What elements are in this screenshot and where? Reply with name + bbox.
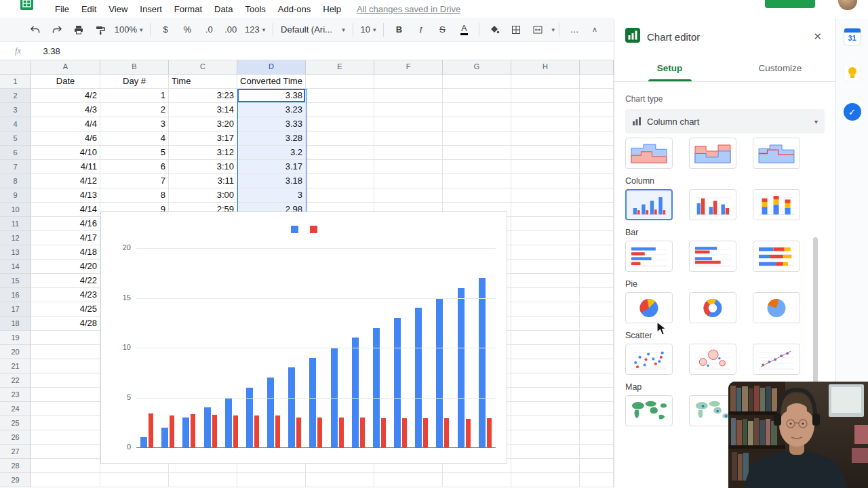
share-button[interactable] bbox=[765, 0, 815, 8]
cell-E3[interactable] bbox=[306, 103, 374, 117]
cell-G9[interactable] bbox=[443, 188, 511, 203]
cell-G7[interactable] bbox=[443, 160, 511, 174]
cell-C8[interactable]: 3:11 bbox=[169, 174, 237, 188]
cell-C3[interactable]: 3:14 bbox=[169, 103, 237, 117]
cell-I28[interactable] bbox=[580, 459, 614, 473]
cell-C5[interactable]: 3:17 bbox=[169, 131, 237, 146]
cell-C2[interactable]: 3:23 bbox=[169, 89, 237, 103]
cell-A25[interactable] bbox=[31, 416, 100, 430]
cell-H14[interactable] bbox=[511, 260, 580, 274]
cell-F1[interactable] bbox=[374, 75, 443, 89]
embedded-chart[interactable]: 05101520 bbox=[100, 211, 507, 464]
cell-I22[interactable] bbox=[580, 373, 614, 388]
cell-F4[interactable] bbox=[374, 117, 443, 131]
cell-I10[interactable] bbox=[580, 203, 614, 217]
cell-A10[interactable]: 4/14 bbox=[31, 203, 100, 217]
collapse-toolbar-button[interactable]: ∧ bbox=[585, 22, 604, 38]
cell-E5[interactable] bbox=[306, 131, 374, 146]
cell-H6[interactable] bbox=[511, 146, 580, 160]
cell-B4[interactable]: 3 bbox=[100, 117, 169, 131]
cell-A26[interactable] bbox=[31, 430, 100, 445]
decrease-decimal-button[interactable]: .0 bbox=[199, 22, 218, 38]
cell-I14[interactable] bbox=[580, 260, 614, 274]
cell-B29[interactable] bbox=[100, 473, 169, 487]
cell-A4[interactable]: 4/4 bbox=[31, 117, 100, 131]
tasks-icon[interactable]: ✓ bbox=[844, 103, 861, 121]
cell-A24[interactable] bbox=[31, 402, 100, 416]
cell-C29[interactable] bbox=[169, 473, 237, 487]
row-header-1[interactable]: 1 bbox=[0, 75, 31, 89]
cell-A29[interactable] bbox=[31, 473, 100, 487]
select-all-corner[interactable] bbox=[0, 60, 31, 75]
cell-I9[interactable] bbox=[580, 188, 614, 203]
cell-D29[interactable] bbox=[237, 473, 306, 487]
cell-B7[interactable]: 6 bbox=[100, 160, 169, 174]
chart-type-thumb-geo-map[interactable] bbox=[625, 395, 673, 426]
cell-I13[interactable] bbox=[580, 245, 614, 260]
column-header-D[interactable]: D bbox=[237, 60, 306, 75]
cell-C6[interactable]: 3:12 bbox=[169, 146, 237, 160]
row-header-19[interactable]: 19 bbox=[0, 331, 31, 345]
cell-H9[interactable] bbox=[511, 188, 580, 203]
row-header-24[interactable]: 24 bbox=[0, 402, 31, 416]
cell-H22[interactable] bbox=[511, 373, 580, 388]
cell-A11[interactable]: 4/16 bbox=[31, 217, 100, 231]
cell-E29[interactable] bbox=[306, 473, 374, 487]
cell-D7[interactable]: 3.17 bbox=[237, 160, 306, 174]
cell-E4[interactable] bbox=[306, 117, 374, 131]
cell-I6[interactable] bbox=[580, 146, 614, 160]
menu-item-format[interactable]: Format bbox=[168, 1, 208, 17]
row-header-27[interactable]: 27 bbox=[0, 445, 31, 459]
cell-E1[interactable] bbox=[306, 75, 374, 89]
column-header-A[interactable]: A bbox=[31, 60, 100, 75]
cell-A6[interactable]: 4/10 bbox=[31, 146, 100, 160]
cell-F2[interactable] bbox=[374, 89, 443, 103]
row-header-23[interactable]: 23 bbox=[0, 388, 31, 402]
cell-I2[interactable] bbox=[580, 89, 614, 103]
cell-I26[interactable] bbox=[580, 430, 614, 445]
row-header-22[interactable]: 22 bbox=[0, 373, 31, 388]
cell-A12[interactable]: 4/17 bbox=[31, 231, 100, 245]
cell-A2[interactable]: 4/2 bbox=[31, 89, 100, 103]
cell-H13[interactable] bbox=[511, 245, 580, 260]
row-header-4[interactable]: 4 bbox=[0, 117, 31, 131]
row-header-2[interactable]: 2 bbox=[0, 89, 31, 103]
cell-I1[interactable] bbox=[580, 75, 614, 89]
row-header-11[interactable]: 11 bbox=[0, 217, 31, 231]
cell-I18[interactable] bbox=[580, 317, 614, 331]
cell-I24[interactable] bbox=[580, 402, 614, 416]
chart-type-select[interactable]: Column chart ▾ bbox=[625, 109, 825, 134]
row-header-18[interactable]: 18 bbox=[0, 317, 31, 331]
cell-I27[interactable] bbox=[580, 445, 614, 459]
cell-H24[interactable] bbox=[511, 402, 580, 416]
row-header-7[interactable]: 7 bbox=[0, 160, 31, 174]
cell-D2[interactable]: 3.38 bbox=[237, 89, 306, 103]
cell-A13[interactable]: 4/18 bbox=[31, 245, 100, 260]
cell-A17[interactable]: 4/25 bbox=[31, 302, 100, 317]
cell-H17[interactable] bbox=[511, 302, 580, 317]
cell-C1[interactable]: Time bbox=[169, 75, 237, 89]
tab-customize[interactable]: Customize bbox=[725, 54, 835, 81]
row-header-16[interactable]: 16 bbox=[0, 288, 31, 302]
cell-I20[interactable] bbox=[580, 345, 614, 359]
cell-G29[interactable] bbox=[443, 473, 511, 487]
cell-I16[interactable] bbox=[580, 288, 614, 302]
cell-F29[interactable] bbox=[374, 473, 443, 487]
cell-H8[interactable] bbox=[511, 174, 580, 188]
cell-A22[interactable] bbox=[31, 373, 100, 388]
cell-B8[interactable]: 7 bbox=[100, 174, 169, 188]
row-header-17[interactable]: 17 bbox=[0, 302, 31, 317]
chart-type-thumb-scatter-basic[interactable] bbox=[625, 344, 673, 375]
row-header-26[interactable]: 26 bbox=[0, 430, 31, 445]
cell-C7[interactable]: 3:10 bbox=[169, 160, 237, 174]
cell-H4[interactable] bbox=[511, 117, 580, 131]
saved-status[interactable]: All changes saved in Drive bbox=[357, 4, 460, 14]
cell-G2[interactable] bbox=[443, 89, 511, 103]
column-header-F[interactable]: F bbox=[374, 60, 443, 75]
print-icon[interactable] bbox=[69, 22, 88, 38]
cell-H11[interactable] bbox=[511, 217, 580, 231]
increase-decimal-button[interactable]: .00 bbox=[221, 22, 240, 38]
row-header-29[interactable]: 29 bbox=[0, 473, 31, 487]
sheets-logo-icon[interactable] bbox=[20, 0, 34, 14]
cell-B2[interactable]: 1 bbox=[100, 89, 169, 103]
